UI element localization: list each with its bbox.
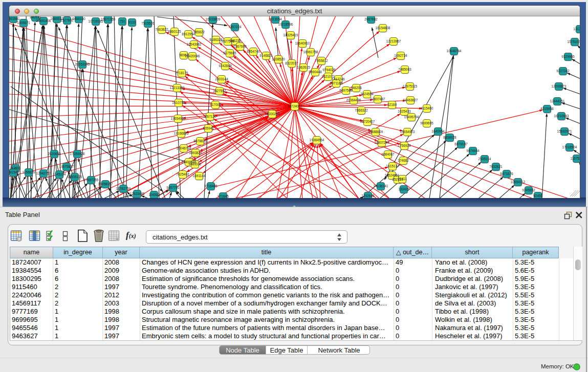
svg-text:1312463: 1312463 bbox=[573, 27, 580, 31]
svg-text:17957255: 17957255 bbox=[84, 178, 99, 182]
svg-text:9699695: 9699695 bbox=[420, 121, 433, 125]
svg-text:1417246: 1417246 bbox=[332, 77, 345, 81]
svg-text:2020655: 2020655 bbox=[48, 152, 61, 156]
svg-text:17359928: 17359928 bbox=[70, 152, 85, 156]
svg-text:7485063: 7485063 bbox=[398, 68, 411, 71]
svg-text:16210643: 16210643 bbox=[554, 114, 569, 118]
svg-text:98962: 98962 bbox=[179, 53, 188, 57]
svg-text:92450: 92450 bbox=[533, 194, 542, 198]
svg-text:12505135: 12505135 bbox=[68, 175, 82, 179]
svg-text:12444151: 12444151 bbox=[550, 99, 565, 103]
svg-text:8215958: 8215958 bbox=[540, 107, 554, 111]
svg-text:1338520: 1338520 bbox=[272, 57, 285, 61]
svg-text:18724007: 18724007 bbox=[288, 104, 302, 108]
svg-text:1092734: 1092734 bbox=[394, 54, 407, 57]
svg-text:10046718: 10046718 bbox=[177, 146, 191, 150]
svg-text:19958167: 19958167 bbox=[98, 182, 113, 186]
svg-text:8813054: 8813054 bbox=[269, 17, 282, 21]
svg-text:6897568: 6897568 bbox=[339, 89, 353, 92]
svg-text:18807249: 18807249 bbox=[375, 141, 389, 144]
svg-text:1025433: 1025433 bbox=[398, 110, 411, 113]
svg-text:16154808: 16154808 bbox=[376, 26, 390, 30]
svg-text:8471676: 8471676 bbox=[500, 172, 513, 176]
svg-text:7866322: 7866322 bbox=[355, 108, 368, 112]
svg-text:174662: 174662 bbox=[398, 159, 409, 162]
svg-text:3493822: 3493822 bbox=[189, 151, 202, 155]
svg-text:16524851: 16524851 bbox=[385, 173, 400, 177]
svg-text:5175685: 5175685 bbox=[223, 51, 236, 55]
svg-text:2935114: 2935114 bbox=[478, 157, 491, 161]
svg-text:113501: 113501 bbox=[10, 166, 21, 170]
svg-text:9794028: 9794028 bbox=[322, 68, 336, 72]
svg-text:3267130: 3267130 bbox=[203, 115, 216, 118]
svg-text:12975115: 12975115 bbox=[403, 84, 418, 88]
svg-text:16033809: 16033809 bbox=[206, 17, 221, 21]
svg-text:15720407: 15720407 bbox=[360, 120, 375, 123]
svg-text:1691144: 1691144 bbox=[193, 174, 206, 178]
svg-text:3624554: 3624554 bbox=[360, 92, 374, 96]
svg-text:8322037: 8322037 bbox=[285, 61, 298, 65]
svg-text:8938928: 8938928 bbox=[443, 136, 456, 139]
svg-text:19495794: 19495794 bbox=[404, 115, 419, 119]
svg-text:104562: 104562 bbox=[148, 193, 160, 196]
svg-text:17016504: 17016504 bbox=[562, 145, 577, 149]
svg-text:2718176: 2718176 bbox=[175, 71, 188, 75]
svg-text:9716485: 9716485 bbox=[204, 184, 217, 188]
svg-text:2087682: 2087682 bbox=[364, 17, 378, 21]
svg-text:19975867: 19975867 bbox=[59, 165, 74, 168]
svg-text:2367608: 2367608 bbox=[233, 45, 247, 48]
svg-text:10688609: 10688609 bbox=[368, 130, 383, 134]
svg-text:9474444: 9474444 bbox=[466, 149, 480, 152]
svg-text:19218596: 19218596 bbox=[278, 23, 293, 26]
svg-text:9457791: 9457791 bbox=[166, 186, 180, 189]
svg-text:2803144: 2803144 bbox=[215, 77, 228, 81]
svg-text:3427552: 3427552 bbox=[213, 89, 226, 93]
svg-text:20053346: 20053346 bbox=[75, 62, 90, 66]
svg-text:1167538: 1167538 bbox=[571, 157, 580, 160]
svg-text:12942757: 12942757 bbox=[36, 171, 51, 175]
svg-text:8878815: 8878815 bbox=[193, 139, 207, 143]
svg-text:14136141: 14136141 bbox=[374, 184, 388, 188]
svg-text:1640954: 1640954 bbox=[431, 129, 445, 133]
svg-text:8186328: 8186328 bbox=[209, 38, 223, 41]
svg-text:8454749: 8454749 bbox=[247, 50, 260, 53]
svg-text:1756928: 1756928 bbox=[398, 144, 411, 147]
svg-text:985822: 985822 bbox=[193, 30, 205, 34]
svg-text:19384554: 19384554 bbox=[310, 138, 324, 142]
svg-text:7357224: 7357224 bbox=[228, 25, 242, 29]
svg-text:391541: 391541 bbox=[9, 170, 19, 174]
svg-text:19654923: 19654923 bbox=[400, 130, 415, 134]
svg-text:9489331: 9489331 bbox=[188, 162, 202, 166]
svg-text:1903561: 1903561 bbox=[9, 17, 20, 20]
svg-text:6466160: 6466160 bbox=[72, 17, 85, 20]
svg-text:8971163: 8971163 bbox=[330, 81, 343, 85]
svg-text:133426: 133426 bbox=[398, 187, 409, 191]
svg-text:19654985: 19654985 bbox=[171, 117, 186, 120]
svg-text:10648784: 10648784 bbox=[447, 49, 462, 53]
svg-text:15751074: 15751074 bbox=[568, 40, 580, 43]
svg-text:8990448: 8990448 bbox=[309, 70, 322, 74]
svg-text:12923448: 12923448 bbox=[130, 192, 145, 195]
svg-text:15692971: 15692971 bbox=[557, 129, 572, 133]
svg-text:1145194: 1145194 bbox=[53, 172, 66, 176]
svg-text:10807487: 10807487 bbox=[371, 97, 385, 101]
svg-text:16543982: 16543982 bbox=[187, 42, 202, 46]
svg-text:9245652: 9245652 bbox=[522, 188, 535, 192]
svg-text:10654112: 10654112 bbox=[511, 180, 526, 184]
svg-text:16782759: 16782759 bbox=[116, 187, 131, 190]
svg-text:971645: 971645 bbox=[217, 194, 229, 198]
svg-text:1362615: 1362615 bbox=[297, 65, 310, 69]
svg-text:7515526: 7515526 bbox=[141, 21, 155, 25]
svg-text:9227342: 9227342 bbox=[556, 69, 570, 73]
svg-text:19463627: 19463627 bbox=[403, 98, 418, 102]
svg-text:16671355: 16671355 bbox=[101, 17, 116, 21]
svg-text:417006: 417006 bbox=[210, 103, 221, 106]
svg-text:1610755: 1610755 bbox=[172, 101, 185, 104]
svg-text:9115460: 9115460 bbox=[421, 106, 433, 110]
svg-text:7632621: 7632621 bbox=[489, 165, 503, 168]
svg-text:1615137: 1615137 bbox=[386, 164, 399, 168]
svg-text:20364436: 20364436 bbox=[346, 98, 361, 102]
svg-text:9242848: 9242848 bbox=[219, 64, 232, 68]
svg-text:9329965: 9329965 bbox=[561, 55, 575, 58]
svg-text:7955812: 7955812 bbox=[315, 59, 328, 62]
